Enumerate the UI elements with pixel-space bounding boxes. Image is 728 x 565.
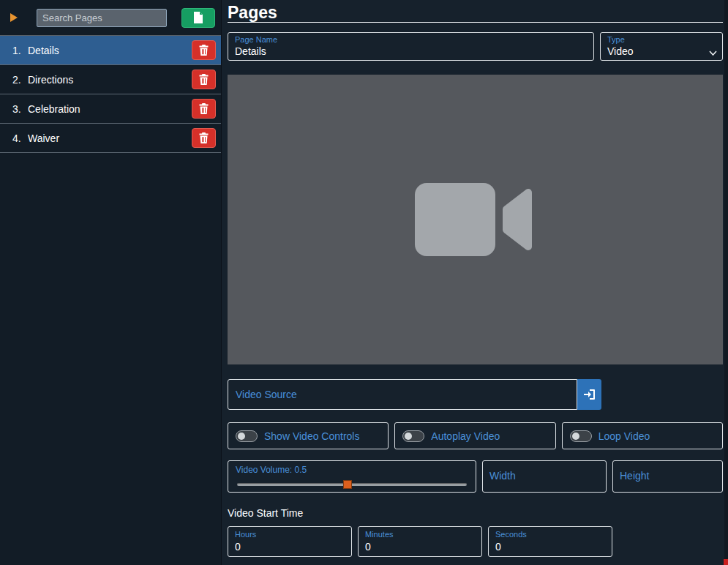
- video-preview: [228, 75, 723, 364]
- hours-value: 0: [235, 540, 345, 553]
- page-name-field[interactable]: Page Name Details: [228, 32, 594, 61]
- sidebar-item-celebration[interactable]: 3. Celebration: [0, 94, 221, 124]
- video-source-placeholder: Video Source: [236, 389, 297, 400]
- page-name-label: Page Name: [235, 35, 587, 45]
- toggle-label: Show Video Controls: [264, 430, 359, 442]
- height-field[interactable]: Height: [612, 460, 723, 493]
- width-field[interactable]: Width: [482, 460, 607, 493]
- seconds-field[interactable]: Seconds 0: [488, 526, 612, 557]
- type-select[interactable]: Type Video: [600, 32, 723, 61]
- trash-icon: [199, 103, 209, 114]
- page-item-label: Celebration: [28, 103, 80, 115]
- height-label: Height: [620, 470, 716, 483]
- delete-page-button[interactable]: [192, 128, 216, 148]
- type-value: Video: [607, 45, 703, 58]
- app-window: 1. Details 2. Directions: [0, 0, 728, 565]
- page-list: 1. Details 2. Directions: [0, 36, 221, 153]
- trash-icon: [199, 74, 209, 85]
- import-icon: [584, 389, 595, 400]
- minutes-field[interactable]: Minutes 0: [358, 526, 482, 557]
- toggle-label: Loop Video: [598, 430, 650, 442]
- pages-sidebar: 1. Details 2. Directions: [0, 0, 222, 565]
- toggle-label: Autoplay Video: [431, 430, 500, 442]
- title-divider: [228, 22, 723, 23]
- page-item-number: 4.: [12, 132, 28, 144]
- page-item-number: 3.: [12, 103, 28, 115]
- toggle-switch-icon[interactable]: [570, 430, 592, 442]
- autoplay-video-toggle[interactable]: Autoplay Video: [394, 422, 555, 449]
- delete-page-button[interactable]: [192, 70, 216, 89]
- volume-size-row: Video Volume: 0.5 Width Height: [228, 460, 723, 493]
- video-source-browse-button[interactable]: [577, 379, 601, 410]
- loop-video-toggle[interactable]: Loop Video: [562, 422, 723, 449]
- toggle-switch-icon[interactable]: [236, 430, 258, 442]
- type-label: Type: [607, 35, 703, 45]
- trash-icon: [199, 132, 209, 143]
- add-page-icon: [192, 11, 205, 24]
- width-label: Width: [489, 470, 599, 483]
- video-start-time-label: Video Start Time: [228, 507, 723, 519]
- scrollbar-track[interactable]: [724, 0, 728, 565]
- page-item-number: 2.: [12, 74, 28, 86]
- video-volume-label: Video Volume: 0.5: [236, 465, 468, 476]
- chevron-down-icon: [709, 45, 717, 59]
- page-name-value: Details: [235, 45, 587, 58]
- seconds-value: 0: [495, 540, 605, 553]
- minutes-value: 0: [365, 540, 475, 553]
- toggle-switch-icon[interactable]: [402, 430, 424, 442]
- name-type-row: Page Name Details Type Video: [228, 32, 723, 61]
- sidebar-item-directions[interactable]: 2. Directions: [0, 65, 221, 94]
- video-source-input[interactable]: Video Source: [228, 379, 577, 410]
- volume-slider-thumb[interactable]: [343, 480, 352, 489]
- video-camera-icon: [413, 180, 538, 259]
- hours-field[interactable]: Hours 0: [228, 526, 352, 557]
- page-item-label: Directions: [28, 74, 73, 86]
- page-editor: Pages Page Name Details Type Video: [222, 0, 728, 565]
- start-time-row: Hours 0 Minutes 0 Seconds 0: [228, 526, 723, 557]
- sidebar-toolbar: [0, 0, 221, 36]
- scroll-corner-indicator: [724, 559, 728, 565]
- add-page-button[interactable]: [181, 8, 215, 28]
- sidebar-item-waiver[interactable]: 4. Waiver: [0, 124, 221, 153]
- sidebar-item-details[interactable]: 1. Details: [0, 36, 221, 65]
- video-toggles-row: Show Video Controls Autoplay Video Loop …: [228, 422, 723, 449]
- minutes-label: Minutes: [365, 530, 475, 540]
- page-item-label: Details: [28, 45, 59, 56]
- search-pages-input[interactable]: [37, 9, 167, 27]
- volume-slider-track[interactable]: [237, 483, 467, 486]
- delete-page-button[interactable]: [192, 99, 216, 119]
- volume-slider[interactable]: [236, 480, 468, 488]
- show-video-controls-toggle[interactable]: Show Video Controls: [228, 422, 389, 449]
- video-volume-field: Video Volume: 0.5: [228, 460, 476, 493]
- delete-page-button[interactable]: [192, 40, 216, 60]
- orange-arrow-icon[interactable]: [10, 13, 18, 22]
- trash-icon: [199, 45, 209, 56]
- page-item-label: Waiver: [28, 132, 59, 144]
- page-title: Pages: [228, 0, 723, 22]
- hours-label: Hours: [235, 530, 345, 540]
- seconds-label: Seconds: [495, 530, 605, 540]
- video-source-row: Video Source: [228, 379, 601, 410]
- page-item-number: 1.: [12, 45, 28, 56]
